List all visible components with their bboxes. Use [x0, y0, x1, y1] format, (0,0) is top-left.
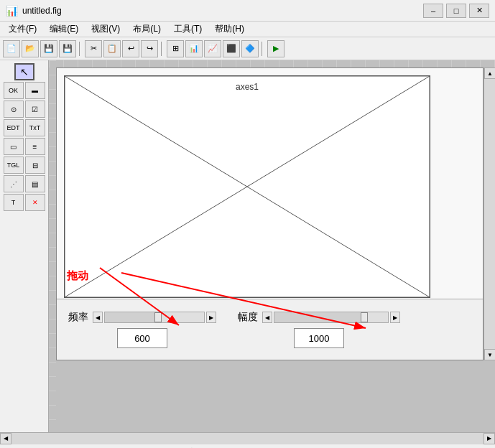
tool-axes[interactable]: ⋰ — [4, 175, 24, 192]
main-area: ↖ OK ▬ ⊙ ☑ EDT TxT ▭ ≡ TGL ⊟ ⋰ ▤ T ✕ — [0, 60, 495, 432]
tool-grid[interactable]: ⊟ — [25, 157, 45, 174]
menu-tools[interactable]: 工具(T) — [168, 22, 208, 37]
tool-frame[interactable]: ▭ — [4, 138, 24, 155]
toolbar-undo[interactable]: ↩ — [122, 40, 139, 57]
toolbar-box[interactable]: ⬛ — [223, 40, 240, 57]
menu-bar: 文件(F) 编辑(E) 视图(V) 布局(L) 工具(T) 帮助(H) — [0, 22, 495, 37]
freq-arrow-left[interactable]: ◀ — [93, 312, 103, 323]
toolbar-chart[interactable]: 📈 — [204, 40, 221, 57]
tool-text[interactable]: TxT — [25, 119, 45, 136]
toolbar-separator-3 — [262, 42, 264, 56]
scroll-right-btn[interactable]: ▶ — [484, 433, 495, 444]
scrollbar-down-btn[interactable]: ▼ — [484, 349, 495, 360]
freq-arrow-right[interactable]: ▶ — [206, 312, 216, 323]
freq-value[interactable]: 600 — [117, 328, 167, 348]
scrollbar-track — [484, 79, 495, 349]
toolbar-save[interactable]: 💾 — [40, 40, 57, 57]
freq-slider-container: ◀ ▶ — [93, 312, 216, 323]
tool-panel[interactable]: ▤ — [25, 175, 45, 192]
toolbar-redo[interactable]: ↪ — [141, 40, 158, 57]
tool-toggle[interactable]: ▬ — [25, 82, 45, 99]
axes-svg — [65, 76, 430, 297]
toolbar-open[interactable]: 📂 — [22, 40, 39, 57]
close-button[interactable]: ✕ — [469, 4, 489, 18]
toolbar-new[interactable]: 📄 — [3, 40, 20, 57]
toolbar-run[interactable]: ▶ — [267, 40, 284, 57]
amp-control: 幅度 ◀ ▶ 1000 — [238, 311, 400, 348]
tool-x[interactable]: ✕ — [25, 194, 45, 211]
amp-slider-track[interactable] — [274, 312, 389, 323]
menu-layout[interactable]: 布局(L) — [127, 22, 167, 37]
tool-radio[interactable]: ⊙ — [4, 101, 24, 118]
toolbar-diamond[interactable]: 🔷 — [241, 40, 259, 57]
amp-arrow-left[interactable]: ◀ — [262, 312, 272, 323]
tool-ok[interactable]: OK — [4, 82, 24, 99]
amp-slider-thumb[interactable] — [361, 312, 368, 322]
amp-label: 幅度 — [238, 311, 258, 324]
axes-box: axes1 — [64, 75, 430, 298]
toolbar-save2[interactable]: 💾 — [59, 40, 76, 57]
freq-label: 频率 — [68, 311, 88, 324]
toolbox: ↖ OK ▬ ⊙ ☑ EDT TxT ▭ ≡ TGL ⊟ ⋰ ▤ T ✕ — [0, 60, 49, 432]
tool-select[interactable]: ↖ — [14, 63, 34, 80]
ruler-left — [49, 60, 56, 432]
drag-label: 拖动 — [67, 269, 88, 283]
scrollbar-right: ▲ ▼ — [484, 67, 495, 360]
toolbar: 📄 📂 💾 💾 ✂ 📋 ↩ ↪ ⊞ 📊 📈 ⬛ 🔷 ▶ — [0, 37, 495, 60]
figure-bg: axes1 拖动 频率 — [56, 67, 484, 360]
toolbar-table[interactable]: 📊 — [185, 40, 203, 57]
amp-value[interactable]: 1000 — [294, 328, 344, 348]
toolbar-copy[interactable]: 📋 — [103, 40, 121, 57]
amp-slider-container: ◀ ▶ — [262, 312, 400, 323]
freq-slider-track[interactable] — [104, 312, 205, 323]
tool-check[interactable]: ☑ — [25, 101, 45, 118]
scroll-left-btn[interactable]: ◀ — [0, 433, 11, 444]
toolbar-separator-2 — [161, 42, 164, 56]
canvas-area: axes1 拖动 频率 — [49, 60, 495, 432]
title-bar: 📊 untitled.fig – □ ✕ — [0, 0, 495, 22]
figure-inner: axes1 拖动 频率 — [49, 60, 495, 432]
axes-label: axes1 — [236, 82, 259, 92]
toolbar-cut[interactable]: ✂ — [85, 40, 102, 57]
window-controls: – □ ✕ — [423, 4, 489, 18]
menu-edit[interactable]: 编辑(E) — [44, 22, 84, 37]
toolbar-grid[interactable]: ⊞ — [167, 40, 184, 57]
tool-edit[interactable]: EDT — [4, 119, 24, 136]
title-text: untitled.fig — [22, 6, 419, 16]
ruler-top — [49, 60, 495, 67]
tool-t2[interactable]: T — [4, 194, 24, 211]
menu-file[interactable]: 文件(F) — [3, 22, 42, 37]
status-bar: 标签: figure1 当前点: [244, 428] 位置: [680, 73… — [0, 444, 495, 448]
scroll-track-h — [11, 433, 484, 444]
controls-row: 频率 ◀ ▶ 600 — [57, 299, 483, 360]
freq-control: 频率 ◀ ▶ 600 — [68, 311, 216, 348]
tool-list[interactable]: ≡ — [25, 138, 45, 155]
tool-tgl2[interactable]: TGL — [4, 157, 24, 174]
title-icon: 📊 — [6, 5, 18, 17]
toolbar-separator-1 — [79, 42, 82, 56]
minimize-button[interactable]: – — [423, 4, 443, 18]
scrollbar-up-btn[interactable]: ▲ — [484, 67, 495, 79]
scrollbar-bottom: ◀ ▶ — [0, 432, 495, 444]
freq-slider-thumb[interactable] — [154, 312, 162, 322]
maximize-button[interactable]: □ — [446, 4, 466, 18]
menu-help[interactable]: 帮助(H) — [209, 22, 250, 37]
amp-arrow-right[interactable]: ▶ — [390, 312, 400, 323]
menu-view[interactable]: 视图(V) — [85, 22, 126, 37]
